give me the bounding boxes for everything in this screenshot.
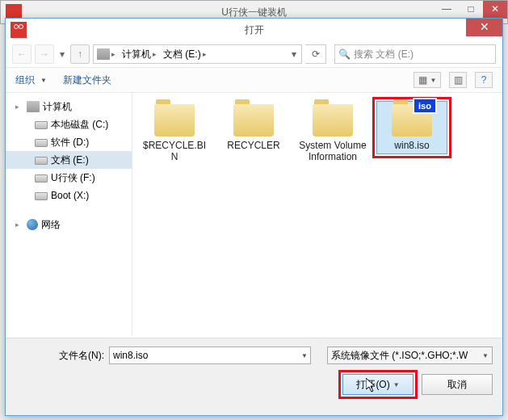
file-item-folder[interactable]: $RECYCLE.BIN xyxy=(139,101,210,166)
help-button[interactable]: ? xyxy=(475,72,493,88)
expand-icon[interactable]: ▸ xyxy=(15,220,23,229)
dialog-close-button[interactable]: ✕ xyxy=(466,19,502,36)
drive-icon xyxy=(35,157,48,165)
dialog-app-icon xyxy=(10,22,27,38)
drive-icon xyxy=(35,139,48,147)
drive-icon xyxy=(35,192,48,200)
parent-maximize-button[interactable]: □ xyxy=(459,1,483,19)
search-placeholder: 搜索 文档 (E:) xyxy=(354,48,414,61)
folder-icon xyxy=(233,104,274,136)
network-icon xyxy=(27,219,38,230)
open-file-dialog: 打开 ✕ ← → ▾ ↑ ▸ 计算机▸ 文档 (E:)▸ ▾ ⟳ 🔍 搜索 文档… xyxy=(5,18,503,416)
breadcrumb-bar[interactable]: ▸ 计算机▸ 文档 (E:)▸ ▾ xyxy=(93,44,302,64)
tree-item-drive-e[interactable]: 文档 (E:) xyxy=(6,151,132,169)
folder-icon xyxy=(154,104,195,136)
folder-icon xyxy=(313,104,353,136)
tree-item-computer[interactable]: ▸ 计算机 xyxy=(6,98,132,116)
navigation-bar: ← → ▾ ↑ ▸ 计算机▸ 文档 (E:)▸ ▾ ⟳ 🔍 搜索 文档 (E:) xyxy=(6,41,502,67)
sidebar-tree: ▸ 计算机 本地磁盘 (C:) 软件 (D:) 文档 (E:) U行侠 (F:)… xyxy=(6,93,132,335)
tree-item-drive-c[interactable]: 本地磁盘 (C:) xyxy=(6,116,132,133)
dialog-title: 打开 xyxy=(245,23,264,37)
file-list[interactable]: $RECYCLE.BIN RECYCLER System Volume Info… xyxy=(132,93,502,335)
drive-icon xyxy=(35,174,48,183)
parent-minimize-button[interactable]: — xyxy=(435,1,459,19)
back-button[interactable]: ← xyxy=(12,44,31,64)
new-folder-button[interactable]: 新建文件夹 xyxy=(63,74,111,87)
cancel-button[interactable]: 取消 xyxy=(422,374,493,395)
filename-label: 文件名(N): xyxy=(15,349,104,363)
chevron-down-icon: ▼ xyxy=(482,352,489,359)
drive-icon xyxy=(35,121,48,129)
iso-badge: iso xyxy=(413,98,437,114)
dialog-footer: 文件名(N): ▼ 系统镜像文件 (*.ISO;*.GHO;*.W ▼ 打开(O… xyxy=(6,338,502,415)
iso-file-icon: iso xyxy=(392,104,432,136)
breadcrumb-seg-computer[interactable]: 计算机 xyxy=(122,48,151,61)
tree-item-network[interactable]: ▸ 网络 xyxy=(6,216,132,233)
search-input[interactable]: 🔍 搜索 文档 (E:) xyxy=(334,44,496,64)
forward-button[interactable]: → xyxy=(35,44,54,64)
expand-icon[interactable]: ▸ xyxy=(15,103,23,111)
file-type-filter[interactable]: 系统镜像文件 (*.ISO;*.GHO;*.W ▼ xyxy=(327,346,493,364)
parent-close-button[interactable]: ✕ xyxy=(483,1,507,19)
filename-input[interactable] xyxy=(109,346,311,364)
search-icon: 🔍 xyxy=(338,48,351,60)
breadcrumb-seg-current[interactable]: 文档 (E:) xyxy=(163,48,201,61)
breadcrumb-dropdown[interactable]: ▾ xyxy=(287,48,301,60)
refresh-button[interactable]: ⟳ xyxy=(305,44,326,64)
toolbar: 组织▼ 新建文件夹 ▦▼ ▥ ? xyxy=(6,67,502,93)
file-item-folder[interactable]: System Volume Information xyxy=(297,101,368,166)
drive-icon xyxy=(97,48,110,60)
up-button[interactable]: ↑ xyxy=(70,44,90,64)
computer-icon xyxy=(27,101,40,112)
preview-pane-button[interactable]: ▥ xyxy=(449,72,467,88)
history-dropdown[interactable]: ▾ xyxy=(57,44,67,64)
dialog-titlebar: 打开 ✕ xyxy=(6,19,502,41)
file-item-iso[interactable]: iso win8.iso xyxy=(376,101,447,154)
tree-item-drive-f[interactable]: U行侠 (F:) xyxy=(6,169,132,187)
filename-dropdown-icon[interactable]: ▼ xyxy=(301,352,308,359)
file-item-folder[interactable]: RECYCLER xyxy=(218,101,289,154)
open-button[interactable]: 打开(O)▼ xyxy=(342,374,414,395)
tree-item-drive-x[interactable]: Boot (X:) xyxy=(6,187,132,204)
organize-menu[interactable]: 组织▼ xyxy=(15,74,47,87)
tree-item-drive-d[interactable]: 软件 (D:) xyxy=(6,133,132,151)
view-options-button[interactable]: ▦▼ xyxy=(414,72,441,88)
